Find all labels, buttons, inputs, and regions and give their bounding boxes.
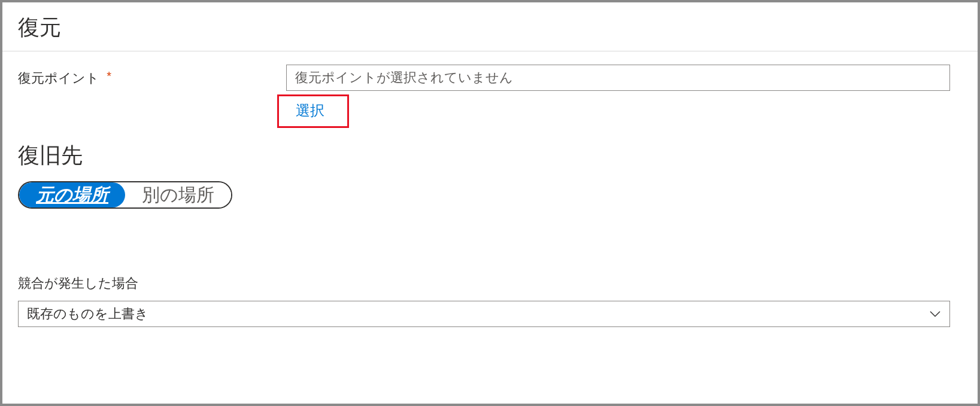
- select-restore-point-link[interactable]: 選択: [296, 102, 324, 118]
- panel-header: 復元: [2, 2, 978, 51]
- panel-title: 復元: [18, 13, 962, 42]
- conflict-dropdown[interactable]: 既存のものを上書き: [18, 301, 950, 327]
- restore-point-label: 復元ポイント *: [18, 65, 286, 87]
- conflict-section: 競合が発生した場合 既存のものを上書き: [18, 274, 962, 327]
- destination-heading: 復旧先: [18, 141, 962, 170]
- destination-option-original[interactable]: 元の場所: [19, 182, 125, 207]
- conflict-label: 競合が発生した場合: [18, 274, 962, 292]
- select-link-box: 選択: [277, 94, 349, 128]
- panel-content: 復元ポイント * 選択 復旧先 元の場所 別の場所 競合が発生した場合 既存のも…: [2, 51, 978, 327]
- required-indicator: *: [107, 69, 111, 83]
- restore-point-input-wrap: 選択: [286, 65, 962, 128]
- restore-panel: 復元 復元ポイント * 選択 復旧先 元の場所 別の場所 競合が発生した場: [0, 0, 980, 406]
- select-link-highlight: 選択: [277, 94, 950, 128]
- destination-toggle: 元の場所 別の場所: [18, 181, 232, 209]
- restore-point-row: 復元ポイント * 選択: [18, 65, 962, 128]
- chevron-down-icon: [929, 308, 941, 320]
- restore-point-label-text: 復元ポイント: [18, 71, 99, 86]
- conflict-dropdown-value: 既存のものを上書き: [27, 305, 148, 323]
- restore-point-input[interactable]: [286, 65, 950, 91]
- destination-option-alternate[interactable]: 別の場所: [125, 182, 231, 207]
